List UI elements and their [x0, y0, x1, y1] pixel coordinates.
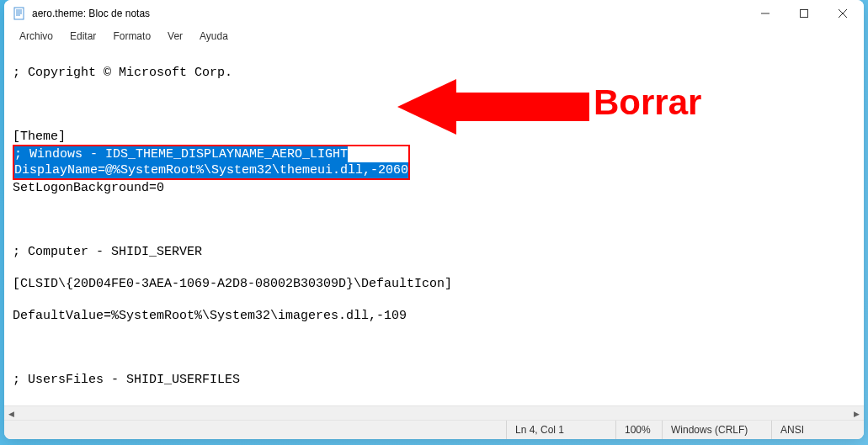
editor-line: ; UsersFiles - SHIDI_USERFILES — [13, 372, 855, 388]
notepad-window: aero.theme: Bloc de notas Archivo Editar… — [4, 0, 864, 439]
editor-line: SetLogonBackground=0 — [13, 180, 855, 196]
scroll-left-icon[interactable]: ◀ — [4, 406, 19, 421]
statusbar: Ln 4, Col 1 100% Windows (CRLF) ANSI — [4, 420, 864, 439]
status-position: Ln 4, Col 1 — [506, 421, 615, 439]
menu-archivo[interactable]: Archivo — [11, 29, 61, 44]
editor-line: ; Computer - SHIDI_SERVER — [13, 244, 855, 260]
scroll-right-icon[interactable]: ▶ — [849, 406, 864, 421]
close-button[interactable] — [823, 1, 862, 26]
selected-text: DisplayName=@%SystemRoot%\System32\theme… — [14, 162, 408, 178]
minimize-button[interactable] — [746, 1, 785, 26]
status-zoom: 100% — [615, 421, 662, 439]
editor-line — [13, 212, 855, 228]
annotated-selection-box: ; Windows - IDS_THEME_DISPLAYNAME_AERO_L… — [13, 145, 410, 180]
status-encoding: ANSI — [771, 421, 864, 439]
svg-rect-6 — [801, 10, 808, 18]
editor-line: [Theme] — [13, 129, 855, 145]
menu-editar[interactable]: Editar — [61, 29, 104, 44]
window-title: aero.theme: Bloc de notas — [32, 8, 746, 19]
menubar: Archivo Editar Formato Ver Ayuda — [4, 27, 864, 45]
editor-line: [CLSID\{20D04FE0-3AEA-1069-A2D8-08002B30… — [13, 276, 855, 292]
maximize-button[interactable] — [785, 1, 823, 26]
titlebar: aero.theme: Bloc de notas — [4, 0, 864, 27]
editor-line: DefaultValue=%SystemRoot%\System32\image… — [13, 308, 855, 324]
selected-text: ; Windows - IDS_THEME_DISPLAYNAME_AERO_L… — [14, 146, 348, 162]
editor-line — [13, 340, 855, 356]
notepad-icon — [13, 7, 26, 20]
window-controls — [746, 1, 862, 26]
menu-ver[interactable]: Ver — [159, 29, 191, 44]
status-line-ending: Windows (CRLF) — [662, 421, 771, 439]
text-editor[interactable]: ; Copyright © Microsoft Corp. [Theme]; W… — [4, 45, 864, 405]
editor-line: ; Copyright © Microsoft Corp. — [13, 65, 855, 81]
menu-ayuda[interactable]: Ayuda — [191, 29, 237, 44]
editor-line — [13, 97, 855, 113]
menu-formato[interactable]: Formato — [104, 29, 159, 44]
horizontal-scrollbar[interactable]: ◀ ▶ — [4, 405, 864, 420]
